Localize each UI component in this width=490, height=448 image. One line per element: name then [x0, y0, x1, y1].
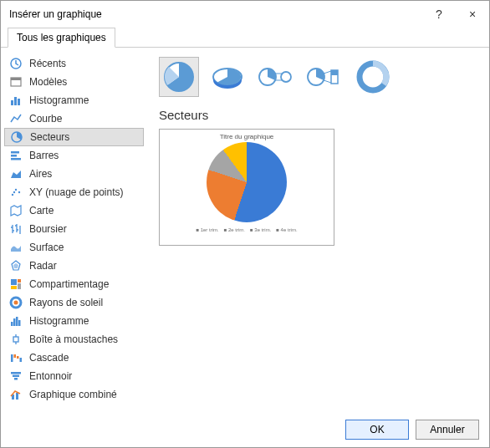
funnel-chart-icon [9, 369, 23, 383]
sidebar-item-label: Graphique combiné [29, 389, 117, 400]
svg-point-13 [13, 191, 15, 193]
svg-point-21 [14, 301, 18, 305]
sidebar-item-label: Carte [29, 205, 54, 216]
preview-legend: 1er trim. 2e trim. 3e trim. 4e trim. [196, 227, 297, 232]
sidebar-item-area[interactable]: Aires [4, 165, 144, 183]
scatter-chart-icon [9, 186, 23, 199]
sidebar-item-label: Barres [29, 150, 59, 161]
subtype-doughnut[interactable] [353, 57, 393, 97]
svg-point-41 [281, 72, 291, 82]
svg-line-48 [324, 80, 331, 83]
sidebar-item-label: Entonnoir [29, 370, 72, 382]
sidebar-item-templates[interactable]: Modèles [4, 73, 144, 91]
ok-button[interactable]: OK [345, 420, 409, 440]
svg-rect-30 [14, 354, 17, 358]
surface-chart-icon [9, 241, 23, 254]
sidebar-item-label: Boursier [29, 223, 67, 235]
legend-item: 3e trim. [250, 227, 271, 232]
bar-chart-icon [9, 149, 23, 162]
treemap-chart-icon [9, 277, 23, 291]
sidebar-item-label: Courbe [29, 113, 62, 125]
legend-item: 1er trim. [196, 227, 218, 232]
svg-rect-31 [17, 356, 19, 359]
titlebar: Insérer un graphique ? × [1, 1, 489, 28]
svg-rect-5 [18, 99, 20, 105]
sidebar-item-label: Aires [29, 168, 52, 180]
svg-line-47 [324, 71, 331, 74]
window-title: Insérer un graphique [9, 8, 422, 20]
sidebar-item-pie[interactable]: Secteurs [4, 128, 144, 146]
sidebar-item-label: XY (nuage de points) [29, 186, 124, 198]
svg-rect-17 [18, 279, 21, 283]
svg-rect-29 [11, 354, 13, 362]
subtype-pie-3d[interactable] [207, 57, 248, 97]
cancel-button[interactable]: Annuler [416, 420, 479, 440]
sidebar-item-label: Histogramme [29, 315, 89, 327]
main-panel: Secteurs Titre du graphique 1er trim. 2e… [147, 48, 489, 412]
sidebar-item-bar[interactable]: Barres [4, 146, 144, 165]
pie-chart-icon [10, 130, 23, 144]
sidebar-item-label: Récents [29, 58, 66, 69]
svg-rect-34 [13, 375, 19, 378]
sidebar-item-radar[interactable]: Radar [4, 257, 144, 275]
stock-chart-icon [9, 222, 23, 236]
chart-preview[interactable]: Titre du graphique 1er trim. 2e trim. 3e… [159, 129, 334, 246]
svg-point-12 [18, 191, 20, 193]
radar-chart-icon [9, 259, 23, 272]
sidebar-item-line[interactable]: Courbe [4, 109, 144, 128]
box-whisker-icon [9, 333, 23, 346]
sidebar-item-label: Histogramme [29, 94, 89, 106]
sidebar-item-sunburst[interactable]: Rayons de soleil [4, 293, 144, 312]
svg-rect-26 [13, 337, 18, 342]
svg-rect-16 [11, 279, 17, 285]
content: Récents Modèles Histogramme Courbe Secte… [1, 48, 489, 412]
sidebar-item-label: Rayons de soleil [29, 297, 103, 308]
tabstrip: Tous les graphiques [1, 28, 489, 48]
sidebar-item-histogram[interactable]: Histogramme [4, 312, 144, 330]
sidebar-item-boxwhisker[interactable]: Boîte à moustaches [4, 330, 144, 349]
section-title: Secteurs [159, 108, 477, 122]
close-button[interactable]: × [456, 1, 489, 28]
tab-all-charts[interactable]: Tous les graphiques [8, 28, 115, 48]
svg-rect-3 [11, 100, 13, 105]
sidebar-item-label: Boîte à moustaches [29, 333, 118, 345]
sidebar-item-map[interactable]: Carte [4, 201, 144, 220]
subtype-bar-of-pie[interactable] [304, 57, 345, 97]
sidebar-item-scatter[interactable]: XY (nuage de points) [4, 183, 144, 201]
recents-icon [9, 57, 23, 70]
sunburst-chart-icon [9, 296, 23, 309]
sidebar-item-recents[interactable]: Récents [4, 54, 144, 73]
preview-pie [207, 142, 287, 222]
sidebar-item-funnel[interactable]: Entonnoir [4, 367, 144, 385]
svg-rect-4 [14, 97, 17, 105]
area-chart-icon [9, 167, 23, 181]
sidebar-item-surface[interactable]: Surface [4, 238, 144, 257]
svg-rect-37 [16, 393, 18, 400]
sidebar-item-waterfall[interactable]: Cascade [4, 349, 144, 367]
footer: OK Annuler [1, 412, 489, 447]
help-button[interactable]: ? [422, 1, 456, 28]
sidebar-item-stock[interactable]: Boursier [4, 220, 144, 238]
sidebar-item-treemap[interactable]: Compartimentage [4, 275, 144, 293]
templates-icon [9, 75, 23, 89]
svg-rect-33 [11, 372, 21, 374]
legend-item: 2e trim. [224, 227, 245, 232]
svg-rect-25 [18, 320, 21, 326]
svg-marker-15 [13, 263, 18, 268]
sidebar-item-column[interactable]: Histogramme [4, 91, 144, 109]
column-chart-icon [9, 94, 23, 107]
sidebar-item-label: Secteurs [30, 131, 69, 143]
svg-rect-24 [16, 317, 18, 326]
svg-rect-35 [14, 378, 18, 380]
legend-item: 4e trim. [276, 227, 297, 232]
sidebar-item-label: Compartimentage [29, 278, 109, 290]
subtype-pie-of-pie[interactable] [256, 57, 296, 97]
svg-rect-18 [18, 283, 21, 289]
svg-rect-9 [11, 158, 21, 160]
sidebar-item-label: Modèles [29, 76, 67, 88]
subtype-pie[interactable] [159, 57, 199, 97]
sidebar: Récents Modèles Histogramme Courbe Secte… [1, 48, 147, 412]
svg-rect-23 [13, 318, 16, 326]
sidebar-item-combo[interactable]: Graphique combiné [4, 385, 144, 404]
svg-rect-7 [11, 151, 19, 154]
